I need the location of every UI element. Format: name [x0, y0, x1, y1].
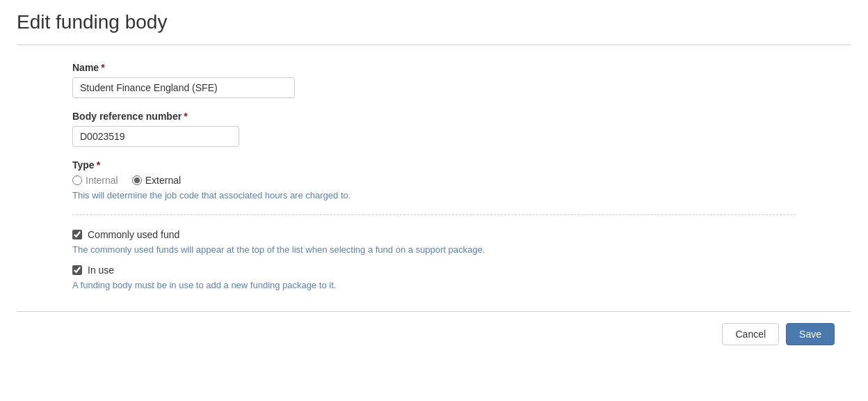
- type-external-option[interactable]: External: [132, 175, 181, 186]
- name-group: Name*: [72, 62, 796, 98]
- type-hint: This will determine the job code that as…: [72, 190, 796, 200]
- type-required-star: *: [97, 159, 100, 171]
- body-reference-label: Body reference number*: [72, 111, 796, 122]
- bottom-divider: [17, 311, 851, 312]
- page-title: Edit funding body: [17, 11, 851, 33]
- body-reference-required-star: *: [184, 111, 187, 122]
- name-input[interactable]: [72, 77, 295, 98]
- type-internal-label: Internal: [86, 175, 118, 186]
- type-external-radio[interactable]: [132, 175, 142, 185]
- name-label: Name*: [72, 62, 796, 73]
- type-internal-option[interactable]: Internal: [72, 175, 118, 186]
- in-use-checkbox[interactable]: [72, 265, 82, 275]
- body-reference-group: Body reference number*: [72, 111, 796, 147]
- commonly-used-hint: The commonly used funds will appear at t…: [72, 244, 796, 255]
- type-group: Type* Internal External This will determ…: [72, 159, 796, 200]
- in-use-group: In use A funding body must be in use to …: [72, 265, 796, 290]
- body-reference-input[interactable]: [72, 126, 239, 147]
- top-divider: [17, 45, 851, 45]
- page-container: Edit funding body Name* Body reference n…: [0, 0, 868, 368]
- name-required-star: *: [101, 62, 104, 73]
- form-section: Name* Body reference number* Type* Inter…: [17, 62, 851, 290]
- type-label: Type*: [72, 159, 796, 171]
- in-use-hint: A funding body must be in use to add a n…: [72, 280, 796, 290]
- type-external-label: External: [145, 175, 181, 186]
- dashed-divider: [72, 214, 796, 215]
- commonly-used-label: Commonly used fund: [88, 229, 179, 240]
- footer-actions: Cancel Save: [17, 323, 851, 356]
- save-button[interactable]: Save: [786, 323, 835, 345]
- cancel-button[interactable]: Cancel: [722, 323, 779, 345]
- commonly-used-group: Commonly used fund The commonly used fun…: [72, 229, 796, 255]
- type-radio-group: Internal External: [72, 175, 796, 186]
- type-internal-radio[interactable]: [72, 175, 82, 185]
- commonly-used-checkbox[interactable]: [72, 230, 82, 239]
- in-use-option[interactable]: In use: [72, 265, 796, 276]
- in-use-label: In use: [88, 265, 114, 276]
- commonly-used-option[interactable]: Commonly used fund: [72, 229, 796, 240]
